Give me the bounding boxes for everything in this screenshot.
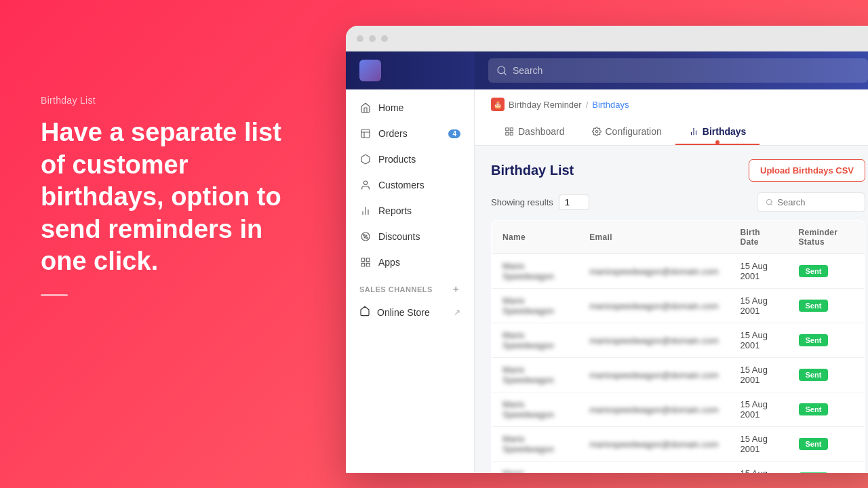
- svg-rect-16: [506, 128, 509, 131]
- cell-birth-date: 15 Aug 2001: [730, 392, 788, 427]
- breadcrumb: 🎂 Birthday Reminder / Birthdays: [491, 98, 865, 111]
- table-row: Mario Speedwagonmariospeedwagon@domain.c…: [492, 462, 865, 474]
- sidebar-item-online-store[interactable]: Online Store ↗: [346, 300, 474, 325]
- cell-name: Mario Speedwagon: [492, 358, 579, 392]
- browser-dot-2: [369, 35, 376, 42]
- cell-birth-date: 15 Aug 2001: [730, 462, 788, 474]
- sidebar-label-apps: Apps: [378, 257, 400, 268]
- cell-reminder-status: Sent: [788, 254, 865, 289]
- cell-reminder-status: Sent: [788, 392, 865, 427]
- table-header-row: Name Email Birth Date Reminder Status: [492, 221, 865, 254]
- customers-icon: [359, 179, 372, 191]
- cell-name: Mario Speedwagon: [492, 323, 579, 358]
- sidebar-item-home[interactable]: Home: [346, 95, 474, 121]
- table-row: Mario Speedwagonmariospeedwagon@domain.c…: [492, 358, 865, 392]
- cell-birth-date: 15 Aug 2001: [730, 427, 788, 462]
- reports-icon: [359, 205, 372, 217]
- sidebar-item-apps[interactable]: Apps: [346, 249, 474, 275]
- left-panel: Birthday List Have a separate list of cu…: [0, 0, 339, 488]
- status-badge: Sent: [799, 369, 829, 381]
- cell-email: mariospeedwagon@domain.com: [578, 462, 729, 474]
- dashboard-tab-icon: [505, 127, 514, 136]
- breadcrumb-parent: Birthday Reminder: [509, 100, 582, 110]
- tab-configuration-label: Configuration: [606, 126, 662, 137]
- cell-birth-date: 15 Aug 2001: [730, 254, 788, 289]
- svg-rect-14: [361, 263, 365, 266]
- left-heading: Have a separate list of customer birthda…: [41, 117, 298, 278]
- home-icon: [359, 102, 372, 114]
- nav-search-bar[interactable]: Search: [488, 58, 868, 83]
- external-link-icon: ↗: [454, 308, 460, 317]
- tab-birthdays[interactable]: Birthdays: [675, 119, 760, 145]
- showing-results: Showing results 1 10 25 50: [491, 195, 589, 210]
- browser-frame: Search Home Orders 4: [346, 26, 868, 473]
- table-search-bar[interactable]: [757, 192, 865, 212]
- results-per-page-select[interactable]: 1 10 25 50: [559, 195, 589, 210]
- table-row: Mario Speedwagonmariospeedwagon@domain.c…: [492, 323, 865, 358]
- cell-name: Mario Speedwagon: [492, 392, 579, 427]
- content-area: 🎂 Birthday Reminder / Birthdays Dashboar…: [475, 89, 868, 473]
- table-row: Mario Speedwagonmariospeedwagon@domain.c…: [492, 254, 865, 289]
- status-badge: Sent: [799, 265, 829, 277]
- status-badge: Sent: [799, 438, 829, 450]
- sidebar-item-products[interactable]: Products: [346, 146, 474, 172]
- cell-email: mariospeedwagon@domain.com: [578, 358, 729, 392]
- page-content: Birthday List Upload Birthdays CSV Showi…: [475, 146, 868, 473]
- sidebar-label-orders: Orders: [378, 128, 408, 139]
- sidebar-item-reports[interactable]: Reports: [346, 198, 474, 224]
- sidebar-item-discounts[interactable]: Discounts: [346, 224, 474, 249]
- online-store-label: Online Store: [377, 307, 430, 318]
- page-header-row: Birthday List Upload Birthdays CSV: [491, 159, 865, 182]
- tab-configuration[interactable]: Configuration: [578, 119, 675, 145]
- tab-birthdays-label: Birthdays: [703, 126, 747, 137]
- cell-reminder-status: Sent: [788, 289, 865, 323]
- search-icon: [496, 65, 507, 76]
- tab-dashboard-label: Dashboard: [518, 126, 565, 137]
- active-tab-indicator: [715, 140, 719, 144]
- sales-channels-label: SALES CHANNELS: [359, 285, 433, 293]
- nav-search-text: Search: [513, 65, 542, 76]
- sidebar-label-reports: Reports: [378, 205, 412, 216]
- nav-brand: [346, 52, 475, 89]
- upload-csv-button[interactable]: Upload Birthdays CSV: [749, 159, 865, 182]
- col-reminder-status: Reminder Status: [788, 221, 865, 254]
- orders-badge: 4: [448, 129, 460, 138]
- left-label: Birthday List: [41, 95, 298, 106]
- browser-dot-3: [381, 35, 388, 42]
- birthdays-tab-icon: [689, 127, 698, 136]
- breadcrumb-current: Birthdays: [592, 100, 629, 110]
- cell-email: mariospeedwagon@domain.com: [578, 427, 729, 462]
- add-sales-channel-icon[interactable]: ＋: [451, 283, 461, 296]
- breadcrumb-separator: /: [586, 100, 589, 110]
- svg-rect-18: [506, 132, 509, 135]
- col-birth-date: Birth Date: [730, 221, 788, 254]
- birthday-table: Name Email Birth Date Reminder Status Ma…: [491, 220, 865, 473]
- table-body: Mario Speedwagonmariospeedwagon@domain.c…: [492, 254, 865, 474]
- left-divider: [41, 294, 68, 296]
- cell-email: mariospeedwagon@domain.com: [578, 323, 729, 358]
- app-icon: 🎂: [491, 98, 505, 111]
- svg-point-10: [366, 237, 368, 239]
- cell-name: Mario Speedwagon: [492, 289, 579, 323]
- svg-rect-2: [361, 129, 370, 138]
- cell-email: mariospeedwagon@domain.com: [578, 392, 729, 427]
- status-badge: Sent: [799, 300, 829, 312]
- table-row: Mario Speedwagonmariospeedwagon@domain.c…: [492, 427, 865, 462]
- sidebar-label-discounts: Discounts: [378, 231, 420, 242]
- svg-rect-19: [510, 132, 513, 135]
- discounts-icon: [359, 230, 372, 243]
- sidebar-item-customers[interactable]: Customers: [346, 172, 474, 198]
- online-store-icon: [359, 306, 370, 319]
- cell-birth-date: 15 Aug 2001: [730, 358, 788, 392]
- app-tabs: Dashboard Configuration Birthdays: [491, 119, 865, 145]
- svg-point-20: [595, 130, 598, 133]
- table-row: Mario Speedwagonmariospeedwagon@domain.c…: [492, 289, 865, 323]
- tab-dashboard[interactable]: Dashboard: [491, 119, 578, 145]
- table-search-input[interactable]: [777, 197, 856, 207]
- sidebar-item-orders[interactable]: Orders 4: [346, 121, 474, 146]
- cell-reminder-status: Sent: [788, 462, 865, 474]
- table-search-icon: [766, 198, 773, 207]
- svg-rect-17: [510, 128, 513, 131]
- cell-email: mariospeedwagon@domain.com: [578, 289, 729, 323]
- cell-birth-date: 15 Aug 2001: [730, 323, 788, 358]
